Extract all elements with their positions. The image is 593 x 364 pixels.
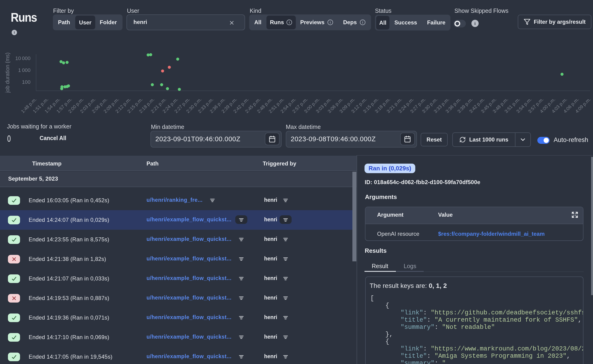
svg-text:100: 100 [22, 79, 31, 85]
svg-text:job duration (ms): job duration (ms) [4, 52, 11, 93]
svg-text:1 000: 1 000 [18, 67, 31, 73]
svg-text:10 000: 10 000 [15, 55, 31, 61]
